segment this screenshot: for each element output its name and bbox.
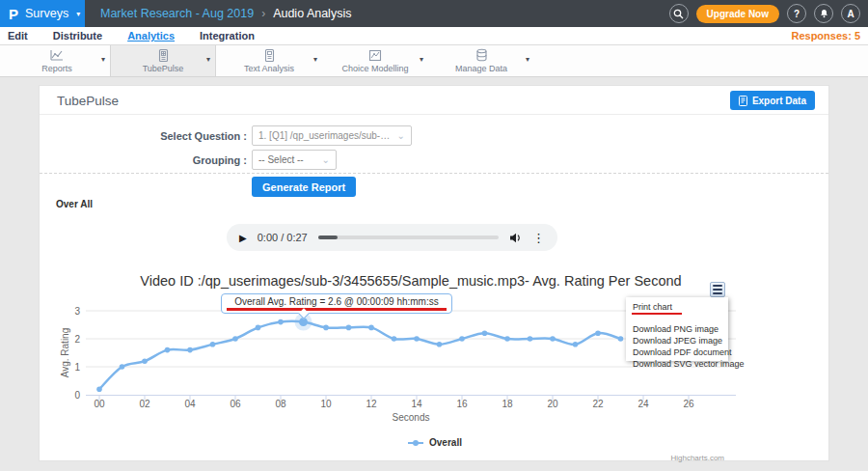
x-tick-label: 20 bbox=[541, 399, 564, 409]
audio-menu-button[interactable]: ⋮ bbox=[532, 231, 545, 245]
topbar-actions: Upgrade Now ? A bbox=[669, 0, 860, 27]
chevron-down-icon[interactable]: ▾ bbox=[206, 55, 210, 64]
notifications-button[interactable] bbox=[814, 4, 833, 23]
x-tick-label: 14 bbox=[405, 399, 428, 409]
data-point[interactable] bbox=[482, 330, 488, 336]
form-separator bbox=[40, 173, 828, 174]
x-tick-label: 22 bbox=[586, 399, 610, 409]
y-axis-title: Avg. Rating bbox=[60, 315, 70, 392]
questionpro-logo: P bbox=[9, 6, 18, 22]
search-icon bbox=[673, 9, 684, 19]
volume-icon[interactable] bbox=[509, 233, 522, 243]
grouping-value: -- Select -- bbox=[258, 154, 317, 165]
nav-item-edit[interactable]: Edit bbox=[8, 30, 28, 42]
upgrade-now-button[interactable]: Upgrade Now bbox=[696, 5, 779, 23]
x-tick-label: 04 bbox=[178, 399, 202, 409]
toolbar-item-choice-modelling[interactable]: Choice Modelling ▾ bbox=[322, 45, 428, 76]
help-button[interactable]: ? bbox=[787, 4, 806, 23]
context-menu-item[interactable]: Print chart bbox=[626, 301, 728, 313]
nav-item-distribute[interactable]: Distribute bbox=[53, 30, 102, 42]
audio-seekbar[interactable] bbox=[318, 236, 499, 239]
data-point[interactable] bbox=[120, 364, 125, 370]
breadcrumb-page: Audio Analysis bbox=[273, 7, 351, 20]
data-point[interactable] bbox=[437, 342, 443, 347]
toolbar-item-label: TubePulse bbox=[143, 64, 184, 73]
x-tick-label: 06 bbox=[224, 399, 247, 409]
data-point[interactable] bbox=[550, 336, 556, 342]
context-menu-item[interactable]: Download SVG vector image bbox=[626, 358, 728, 370]
data-point[interactable] bbox=[528, 336, 533, 342]
red-underline-annotation bbox=[227, 308, 447, 311]
context-menu-item[interactable]: Download JPEG image bbox=[626, 335, 728, 346]
data-point[interactable] bbox=[210, 342, 216, 347]
data-point[interactable] bbox=[96, 386, 102, 392]
context-menu-item[interactable]: Download PDF document bbox=[626, 346, 728, 358]
generate-report-button[interactable]: Generate Report bbox=[252, 177, 356, 197]
audio-seek-thumb[interactable] bbox=[318, 236, 338, 239]
data-point[interactable] bbox=[368, 325, 374, 331]
avatar[interactable]: A bbox=[841, 4, 860, 23]
data-point[interactable] bbox=[414, 336, 420, 342]
data-point[interactable] bbox=[278, 319, 284, 325]
product-switcher[interactable]: P Surveys ▾ bbox=[0, 0, 85, 27]
search-button[interactable] bbox=[669, 4, 689, 23]
context-menu-item[interactable]: Download PNG image bbox=[626, 323, 728, 335]
toolbar-item-label: Reports bbox=[41, 64, 72, 73]
chevron-down-icon[interactable]: ▾ bbox=[313, 55, 317, 64]
data-point[interactable] bbox=[595, 330, 601, 336]
data-point[interactable] bbox=[392, 336, 397, 342]
x-tick-label: 10 bbox=[314, 399, 338, 409]
select-question-dropdown[interactable]: 1. [Q1] /qp_userimages/sub-3/3455655/S..… bbox=[252, 125, 412, 146]
grouping-dropdown[interactable]: -- Select -- ⌄ bbox=[252, 150, 337, 170]
toolbar-item-label: Manage Data bbox=[455, 64, 507, 73]
breadcrumb: Market Research - Aug 2019 › Audio Analy… bbox=[100, 0, 351, 27]
report-scroll-icon bbox=[156, 48, 171, 63]
export-data-button[interactable]: Export Data bbox=[730, 91, 815, 110]
line-chart-icon bbox=[49, 48, 65, 63]
responses-count[interactable]: Responses: 5 bbox=[791, 30, 868, 42]
chevron-down-icon[interactable]: ▾ bbox=[420, 55, 423, 64]
data-point[interactable] bbox=[618, 336, 624, 342]
audio-time: 0:00 / 0:27 bbox=[258, 232, 308, 243]
product-name: Surveys bbox=[25, 7, 68, 20]
nav-item-integration[interactable]: Integration bbox=[200, 30, 255, 42]
grouping-label: Grouping : bbox=[78, 154, 247, 166]
toolbar-item-text-analysis[interactable]: Text Analysis ▾ bbox=[216, 45, 322, 76]
x-tick-label: 00 bbox=[88, 399, 111, 409]
chevron-down-icon: ⌄ bbox=[322, 154, 330, 165]
chevron-down-icon[interactable]: ▾ bbox=[101, 55, 105, 64]
data-point[interactable] bbox=[187, 347, 193, 353]
chevron-down-icon[interactable]: ▾ bbox=[526, 55, 529, 64]
tubepulse-panel: TubePulse Export Data Select Question : … bbox=[39, 85, 829, 461]
x-tick-label: 16 bbox=[450, 399, 474, 409]
toolbar-item-reports[interactable]: Reports ▾ bbox=[4, 45, 110, 76]
breadcrumb-survey[interactable]: Market Research - Aug 2019 bbox=[100, 7, 254, 20]
data-point[interactable] bbox=[142, 358, 148, 364]
series-line bbox=[99, 321, 621, 389]
top-bar: P Surveys ▾ Market Research - Aug 2019 ›… bbox=[0, 0, 868, 27]
x-tick-label: 08 bbox=[269, 399, 292, 409]
chart-legend[interactable]: Overall bbox=[40, 437, 830, 448]
y-tick-label: 1 bbox=[53, 362, 80, 373]
data-point[interactable] bbox=[573, 342, 579, 347]
toolbar-item-tubepulse[interactable]: TubePulse ▾ bbox=[110, 45, 216, 76]
data-point[interactable] bbox=[232, 336, 238, 342]
data-point[interactable] bbox=[504, 336, 510, 342]
x-tick-label: 24 bbox=[632, 399, 655, 409]
data-point[interactable] bbox=[459, 336, 465, 342]
play-button[interactable]: ▶ bbox=[239, 233, 247, 243]
data-point[interactable] bbox=[165, 347, 171, 353]
data-point[interactable] bbox=[346, 325, 352, 331]
audio-player: ▶ 0:00 / 0:27 ⋮ bbox=[227, 224, 557, 251]
y-tick-label: 2 bbox=[53, 334, 80, 345]
rating-chart: Video ID :/qp_userimages/sub-3/3455655/S… bbox=[40, 269, 830, 424]
x-tick-label: 12 bbox=[360, 399, 383, 409]
x-tick-label: 18 bbox=[496, 399, 519, 409]
breadcrumb-separator: › bbox=[261, 7, 265, 20]
highcharts-credit[interactable]: Highcharts.com bbox=[670, 454, 724, 462]
toolbar-item-manage-data[interactable]: Manage Data ▾ bbox=[428, 45, 534, 76]
data-point[interactable] bbox=[323, 325, 329, 331]
x-tick-label: 02 bbox=[133, 399, 156, 409]
nav-item-analytics[interactable]: Analytics bbox=[127, 30, 175, 42]
data-point[interactable] bbox=[256, 325, 261, 331]
